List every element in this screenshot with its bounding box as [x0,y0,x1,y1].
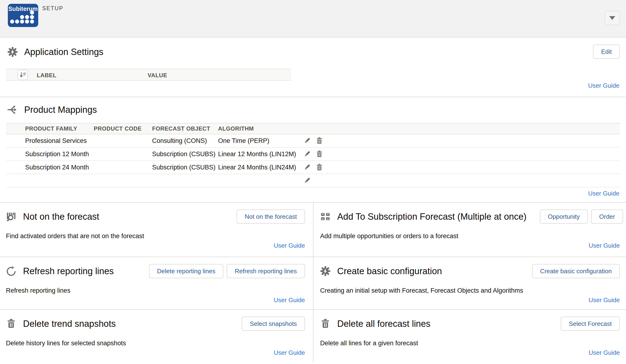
trash-icon [320,319,331,329]
table-row: Subscription 12 Month Subscription (CSUB… [6,148,620,161]
pencil-icon [303,137,311,145]
table-row: Professional Services Consulting (CONS) … [6,134,620,148]
card-description: Refresh reporting lines [6,287,305,294]
application-settings-section: Application Settings Edit LABEL VALUE Us… [0,37,626,97]
create-basic-configuration-button[interactable]: Create basic configuration [532,264,620,278]
pencil-icon [303,177,311,184]
tiles-icon [320,211,331,222]
card-delete-all-forecast-lines: Delete all forecast lines Select Forecas… [313,309,626,363]
user-guide-link[interactable]: User Guide [589,242,620,249]
user-guide-link[interactable]: User Guide [274,242,305,249]
cell-forecast-object: Consulting (CONS) [152,137,218,145]
product-mappings-section: Product Mappings PRODUCT FAMILY PRODUCT … [0,97,626,203]
tools-grid: Not on the forecast Not on the forecast … [0,203,626,363]
delete-row-button[interactable] [316,137,323,145]
pencil-icon [303,150,311,158]
cell-product-family: Subscription 24 Month [25,164,94,171]
application-settings-header: Application Settings [7,45,103,59]
card-description: Find activated orders that are not on th… [6,232,305,240]
sort-button[interactable] [18,70,28,80]
user-guide-link[interactable]: User Guide [589,297,620,304]
card-add-to-subscription-forecast: Add To Subscription Forecast (Multiple a… [313,203,626,257]
cell-algorithm: One Time (PERP) [218,137,303,145]
delete-reporting-lines-button[interactable]: Delete reporting lines [149,264,224,278]
cell-forecast-object: Subscription (CSUBS) [152,150,218,158]
section-title: Application Settings [24,47,103,57]
card-create-basic-configuration: Create basic configuration Create basic … [313,257,626,309]
trash-icon [316,150,323,158]
application-settings-table-header: LABEL VALUE [6,69,291,81]
card-title: Add To Subscription Forecast (Multiple a… [337,212,527,222]
card-refresh-reporting-lines: Refresh reporting lines Delete reporting… [0,257,313,309]
select-forecast-button[interactable]: Select Forecast [561,317,620,331]
sort-icon [19,71,27,79]
cell-algorithm: Linear 12 Months (LIN12M) [218,150,303,158]
add-row-button[interactable] [303,177,311,184]
column-header-algorithm: ALGORITHM [218,125,303,132]
opportunity-button[interactable]: Opportunity [540,209,588,224]
refresh-reporting-lines-button[interactable]: Refresh reporting lines [227,264,305,278]
gear-bolt-icon [7,47,18,57]
user-guide-link[interactable]: User Guide [274,349,305,356]
cell-algorithm: Linear 24 Months (LIN24M) [218,164,303,171]
column-header-product-family: PRODUCT FAMILY [25,125,94,132]
column-header-value: VALUE [148,72,167,79]
card-title: Delete trend snapshots [23,319,116,329]
split-arrows-icon [7,104,18,115]
delete-row-button[interactable] [316,150,323,158]
cell-forecast-object: Subscription (CSUBS) [152,164,218,171]
refresh-icon [6,266,16,276]
select-snapshots-button[interactable]: Select snapshots [242,317,305,331]
user-guide-link[interactable]: User Guide [588,190,620,197]
card-title: Create basic configuration [337,266,442,276]
logo-dots-graphic [8,4,38,27]
column-header-forecast-object: FORECAST OBJECT [152,125,218,132]
card-description: Add multiple opportunities or orders to … [320,232,620,240]
edit-row-button[interactable] [303,150,311,158]
section-title: Product Mappings [24,105,97,115]
card-description: Creating an initial setup with Forecast,… [320,287,620,294]
table-header-row: PRODUCT FAMILY PRODUCT CODE FORECAST OBJ… [6,123,620,134]
user-guide-link[interactable]: User Guide [274,297,305,304]
column-header-product-code: PRODUCT CODE [94,125,152,132]
card-description: Delete all lines for a given forecast [320,340,620,347]
product-mappings-header: Product Mappings [7,102,97,117]
table-row: Subscription 24 Month Subscription (CSUB… [6,161,620,174]
user-guide-link[interactable]: User Guide [588,82,620,89]
table-add-row [6,174,620,187]
header-menu-button[interactable] [605,11,620,25]
product-mappings-table: PRODUCT FAMILY PRODUCT CODE FORECAST OBJ… [6,123,620,187]
barcode-search-icon [6,211,16,222]
card-description: Delete history lines for selected snapsh… [6,340,305,347]
edit-row-button[interactable] [303,164,311,171]
card-delete-trend-snapshots: Delete trend snapshots Select snapshots … [0,309,313,363]
app-logo: Subiterum [8,4,38,27]
pencil-icon [303,164,311,171]
chevron-down-icon [609,16,615,20]
delete-row-button[interactable] [316,164,323,171]
card-title: Delete all forecast lines [337,319,430,329]
column-header-label: LABEL [37,72,56,79]
top-bar: Subiterum SETUP [0,0,626,37]
not-on-the-forecast-button[interactable]: Not on the forecast [236,209,305,224]
cell-product-family: Subscription 12 Month [25,150,94,158]
trash-icon [316,137,323,145]
trash-icon [316,164,323,171]
setup-label: SETUP [42,5,63,12]
user-guide-link[interactable]: User Guide [589,349,620,356]
gear-bolt-icon [320,266,331,276]
card-title: Refresh reporting lines [23,266,114,276]
card-title: Not on the forecast [23,212,99,222]
edit-row-button[interactable] [303,137,311,145]
card-not-on-the-forecast: Not on the forecast Not on the forecast … [0,203,313,257]
cell-product-family: Professional Services [25,137,94,145]
order-button[interactable]: Order [591,209,623,224]
edit-button[interactable]: Edit [593,45,620,59]
trash-icon [6,319,16,329]
